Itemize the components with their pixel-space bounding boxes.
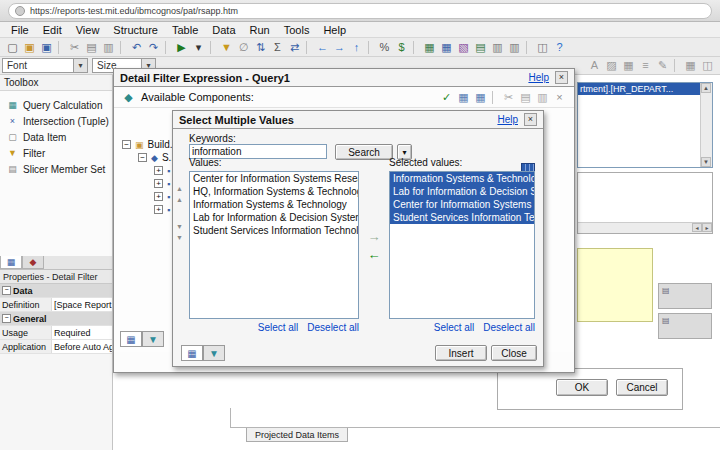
insert-list-icon[interactable]: ▤ <box>472 40 489 55</box>
fill-color-icon[interactable]: ▨ <box>603 58 620 73</box>
value-option[interactable]: HQ, Information Systems & Technology <box>190 185 358 198</box>
search-button[interactable]: Search <box>335 144 393 160</box>
scroll-left-icon[interactable]: ◂ <box>692 223 702 232</box>
scroll-up-icon[interactable]: ▲ <box>176 196 183 204</box>
tab-search-view[interactable]: ▼ <box>203 345 225 361</box>
copy-icon[interactable]: ▤ <box>83 40 100 55</box>
grid-icon[interactable]: ▦ <box>682 58 699 73</box>
ok-button[interactable]: OK <box>556 379 608 396</box>
tab-projected-data-items[interactable]: Projected Data Items <box>246 428 348 442</box>
redo-icon[interactable]: ↷ <box>145 40 162 55</box>
currency-icon[interactable]: $ <box>393 40 410 55</box>
selected-filter-expression[interactable]: rtment].[HR_DEPART... <box>578 83 701 95</box>
cut-icon[interactable]: ✂ <box>500 90 517 105</box>
move-left-icon[interactable]: ← <box>363 247 385 262</box>
move-right-icon[interactable]: → <box>363 229 385 244</box>
scroll-down-icon[interactable]: ▼ <box>701 157 711 167</box>
menu-item[interactable]: Tools <box>277 24 317 36</box>
chevron-down-icon[interactable]: ▾ <box>73 59 87 72</box>
scroll-right-icon[interactable]: ▸ <box>702 223 712 232</box>
property-value[interactable] <box>33 284 112 297</box>
view-data-icon[interactable]: ▦ <box>472 90 489 105</box>
validate-icon[interactable]: ✓ <box>438 90 455 105</box>
toolbox-item-filter[interactable]: ▼ Filter <box>0 145 112 161</box>
select-all-link[interactable]: Select all <box>434 322 475 333</box>
tab-toolbox[interactable]: ▦ <box>0 256 22 269</box>
align-icon[interactable]: ≡ <box>637 58 654 73</box>
border-icon[interactable]: ▦ <box>620 58 637 73</box>
run-options-icon[interactable]: ▾ <box>190 40 207 55</box>
menu-item[interactable]: File <box>4 24 36 36</box>
horizontal-scrollbar[interactable]: ◂ ▸ <box>578 222 712 233</box>
close-button[interactable]: Close <box>491 345 537 361</box>
delete-icon[interactable]: × <box>551 90 568 105</box>
deselect-all-link[interactable]: Deselect all <box>307 322 359 333</box>
selected-value-option[interactable]: Student Services Information Technology <box>390 211 534 224</box>
selected-value-option[interactable]: Information Systems & Technology <box>390 172 534 185</box>
property-value[interactable]: [Space Report <box>52 298 112 311</box>
selected-value-option[interactable]: Lab for Information & Decision Systems <box>390 185 534 198</box>
tab-list-view[interactable]: ▦ <box>181 345 203 361</box>
menu-item[interactable]: Run <box>243 24 277 36</box>
value-option[interactable]: Lab for Information & Decision Systems <box>190 211 358 224</box>
toolbox-item-data-item[interactable]: ▢ Data Item <box>0 129 112 145</box>
menu-item[interactable]: Structure <box>106 24 165 36</box>
selected-value-option[interactable]: Center for Information Systems Research <box>390 198 534 211</box>
selected-values-list[interactable]: Information Systems & TechnologyLab for … <box>389 171 535 319</box>
suppress-icon[interactable]: ∅ <box>235 40 252 55</box>
tree-expander-icon[interactable]: + <box>154 192 163 201</box>
insert-table-icon[interactable]: ▦ <box>421 40 438 55</box>
properties-pane-icon[interactable]: ◫ <box>699 58 716 73</box>
run-report-icon[interactable]: ▶ <box>173 40 190 55</box>
tree-expander-icon[interactable]: − <box>122 140 131 149</box>
menu-item[interactable]: Data <box>205 24 242 36</box>
section-icon[interactable]: ◫ <box>534 40 551 55</box>
menu-item[interactable]: Edit <box>36 24 69 36</box>
scroll-up-icon[interactable]: ▲ <box>701 83 711 93</box>
tree-expander-icon[interactable]: + <box>154 166 163 175</box>
go-up-icon[interactable]: ↑ <box>348 40 365 55</box>
paste-icon[interactable]: ▥ <box>100 40 117 55</box>
toolbox-item-intersection[interactable]: × Intersection (Tuple) <box>0 113 112 129</box>
property-value[interactable]: Before Auto Ag <box>52 340 112 353</box>
scroll-to-top-icon[interactable]: ▲ <box>176 185 183 193</box>
forward-icon[interactable]: → <box>331 40 348 55</box>
menu-item[interactable]: Table <box>165 24 205 36</box>
tab-filter-view[interactable]: ▼ <box>142 331 164 347</box>
new-report-icon[interactable]: ▢ <box>4 40 21 55</box>
deselect-all-link[interactable]: Deselect all <box>483 322 535 333</box>
undo-icon[interactable]: ↶ <box>128 40 145 55</box>
back-icon[interactable]: ← <box>314 40 331 55</box>
menu-item[interactable]: Help <box>316 24 353 36</box>
font-combo[interactable]: Font ▾ <box>2 58 88 73</box>
font-color-icon[interactable]: A <box>586 58 603 73</box>
property-value[interactable] <box>47 312 112 325</box>
summarize-icon[interactable]: Σ <box>269 40 286 55</box>
toolbox-item-slicer-member-set[interactable]: ▤ Slicer Member Set <box>0 161 112 177</box>
cut-icon[interactable]: ✂ <box>66 40 83 55</box>
insert-button[interactable]: Insert <box>435 345 487 361</box>
tree-expander-icon[interactable]: + <box>154 205 163 214</box>
close-icon[interactable]: × <box>555 71 568 84</box>
value-option[interactable]: Information Systems & Technology <box>190 198 358 211</box>
paste-icon[interactable]: ▥ <box>534 90 551 105</box>
insert-crosstab-icon[interactable]: ▦ <box>438 40 455 55</box>
swap-rows-columns-icon[interactable]: ⇄ <box>286 40 303 55</box>
help-link[interactable]: Help <box>497 114 518 125</box>
scroll-down-icon[interactable]: ▼ <box>176 223 183 231</box>
help-icon[interactable]: ? <box>551 40 568 55</box>
cancel-button[interactable]: Cancel <box>616 379 668 396</box>
sort-icon[interactable]: ⇅ <box>252 40 269 55</box>
tab-insertable-objects[interactable]: ◆ <box>22 256 44 269</box>
help-link[interactable]: Help <box>528 72 549 83</box>
footers-icon[interactable]: ▥ <box>506 40 523 55</box>
style-icon[interactable]: ✎ <box>654 58 671 73</box>
scroll-to-bottom-icon[interactable]: ▼ <box>176 234 183 242</box>
insert-chart-icon[interactable]: ▧ <box>455 40 472 55</box>
value-option[interactable]: Center for Information Systems Research <box>190 172 358 185</box>
select-all-link[interactable]: Select all <box>258 322 299 333</box>
filter-icon[interactable]: ▼ <box>218 40 235 55</box>
url-field[interactable]: https://reports-test.mit.edu/ibmcognos/p… <box>8 3 712 19</box>
open-report-icon[interactable]: ▣ <box>21 40 38 55</box>
vertical-scrollbar[interactable]: ▲ ▼ <box>700 83 712 167</box>
